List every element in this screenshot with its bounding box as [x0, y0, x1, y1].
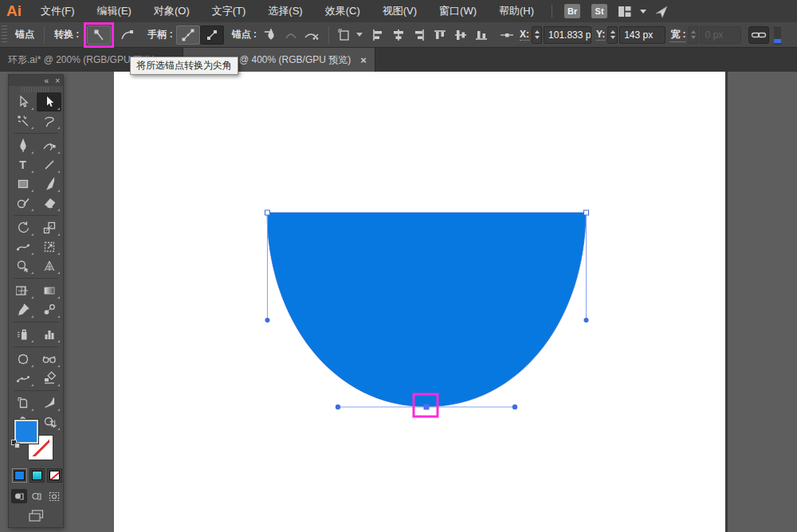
anchor-panel-label: 锚点 — [15, 28, 34, 41]
rotate-view-tool[interactable] — [37, 350, 61, 369]
width-label[interactable]: 宽 : — [670, 28, 685, 42]
gradient-tool[interactable] — [37, 281, 61, 300]
width-field-group: 宽 : 0 px — [670, 26, 741, 44]
gradient-button[interactable] — [29, 468, 45, 483]
pen-tool[interactable] — [10, 136, 35, 155]
path-eraser-tool[interactable] — [37, 369, 61, 388]
draw-behind-button[interactable] — [29, 489, 45, 503]
control-separator — [328, 26, 329, 44]
control-separator — [44, 26, 45, 44]
align-hcenter-icon[interactable] — [388, 25, 409, 45]
show-handles-button[interactable] — [176, 25, 200, 45]
menu-edit[interactable]: 编辑(E) — [86, 0, 143, 22]
connect-path-icon[interactable] — [281, 25, 301, 45]
bridge-button[interactable]: Br — [564, 4, 580, 18]
right-handle-dot[interactable] — [584, 318, 589, 323]
menu-view[interactable]: 视图(V) — [371, 0, 428, 22]
width-stepper — [688, 26, 698, 44]
column-graph-tool[interactable] — [37, 325, 61, 344]
control-bar-grip[interactable] — [2, 25, 7, 45]
align-vcenter-icon[interactable] — [450, 25, 471, 45]
slice-tool[interactable] — [37, 393, 61, 413]
y-input[interactable]: 143 px — [619, 26, 665, 44]
y-label[interactable]: Y: — [596, 29, 605, 41]
top-right-anchor[interactable] — [584, 210, 589, 215]
x-input[interactable]: 101.833 px — [544, 26, 591, 44]
align-left-icon[interactable] — [367, 25, 388, 45]
artboard-options-icon[interactable] — [336, 25, 367, 45]
x-label[interactable]: X: — [520, 29, 529, 41]
ellipse-anchors-tool[interactable] — [10, 350, 35, 369]
x-stepper[interactable] — [532, 26, 542, 44]
tools-panel-header: « × — [9, 75, 63, 86]
close-panel-icon[interactable]: × — [55, 76, 60, 85]
color-button[interactable] — [12, 468, 27, 483]
menu-window[interactable]: 窗口(W) — [428, 0, 488, 22]
rotate-tool[interactable] — [10, 218, 35, 237]
convert-to-corner-button[interactable] — [87, 25, 111, 45]
constrain-link-icon[interactable] — [748, 26, 769, 44]
menu-separator — [552, 5, 552, 18]
chevron-down-icon[interactable] — [640, 10, 646, 14]
shape-builder-tool[interactable] — [10, 256, 35, 276]
artboard-tool[interactable] — [10, 393, 35, 413]
swap-fill-stroke-icon[interactable]: ⇄ — [48, 420, 59, 428]
scale-tool[interactable] — [37, 218, 61, 237]
curvature-tool[interactable] — [37, 136, 61, 155]
lasso-tool[interactable] — [37, 111, 61, 131]
collapse-panel-icon[interactable]: « — [45, 76, 49, 85]
menu-bar: Ai 文件(F) 编辑(E) 对象(O) 文字(T) 选择(S) 效果(C) 视… — [0, 0, 797, 22]
y-stepper[interactable] — [607, 26, 618, 44]
paintbrush-tool[interactable] — [37, 174, 61, 194]
rectangle-tool[interactable] — [10, 174, 35, 194]
panel-grip[interactable] — [22, 87, 50, 92]
line-segment-tool[interactable] — [37, 155, 61, 174]
delete-anchor-icon[interactable] — [260, 25, 281, 45]
none-button[interactable] — [47, 468, 62, 483]
shaper-tool[interactable] — [10, 194, 35, 213]
align-right-icon[interactable] — [409, 25, 430, 45]
perspective-grid-tool[interactable] — [37, 256, 61, 276]
eyedropper-tool[interactable] — [10, 300, 35, 319]
width-tool[interactable] — [10, 237, 35, 256]
menu-object[interactable]: 对象(O) — [143, 0, 201, 22]
menu-help[interactable]: 帮助(H) — [488, 0, 545, 22]
share-rocket-icon[interactable] — [654, 5, 669, 18]
anchor-display-icon[interactable] — [497, 25, 517, 45]
draw-inside-button[interactable] — [46, 489, 62, 503]
menu-select[interactable]: 选择(S) — [257, 0, 313, 22]
screen-mode-button[interactable] — [9, 509, 65, 522]
menu-file[interactable]: 文件(F) — [29, 0, 86, 22]
tab2-close-icon[interactable]: × — [360, 54, 367, 66]
free-transform-tool[interactable] — [37, 237, 61, 256]
left-handle-dot[interactable] — [265, 318, 270, 323]
convert-to-smooth-button[interactable] — [116, 25, 139, 45]
bottom-anchor-selected[interactable] — [424, 405, 430, 410]
menu-type[interactable]: 文字(T) — [201, 0, 257, 22]
x-field-group: X: 101.833 px — [520, 26, 591, 44]
stock-button[interactable]: St — [591, 4, 607, 18]
hide-handles-button[interactable] — [200, 25, 224, 45]
align-bottom-icon[interactable] — [471, 25, 492, 45]
canvas-area: « × — [0, 72, 797, 532]
blue-halfcircle-shape[interactable] — [267, 213, 586, 407]
blend-tool[interactable] — [37, 300, 61, 319]
workspace-switcher-icon[interactable] — [618, 6, 632, 18]
bottom-left-handle-dot[interactable] — [336, 405, 340, 409]
cut-path-icon[interactable] — [301, 25, 322, 45]
curve-handles-tool[interactable] — [10, 369, 35, 388]
selection-tool[interactable] — [10, 92, 35, 111]
magic-wand-tool[interactable] — [10, 111, 35, 131]
symbol-sprayer-tool[interactable] — [10, 325, 35, 344]
default-fill-stroke-icon[interactable] — [11, 440, 21, 449]
direct-selection-tool[interactable] — [37, 92, 61, 111]
align-top-icon[interactable] — [430, 25, 450, 45]
eraser-tool[interactable] — [37, 194, 61, 213]
mesh-tool[interactable] — [10, 281, 35, 300]
menu-effect[interactable]: 效果(C) — [314, 0, 371, 22]
draw-normal-button[interactable] — [11, 489, 27, 503]
handles-label: 手柄 : — [147, 28, 172, 41]
type-tool[interactable]: T — [10, 155, 35, 174]
top-left-anchor[interactable] — [265, 210, 270, 215]
bottom-right-handle-dot[interactable] — [512, 405, 517, 409]
